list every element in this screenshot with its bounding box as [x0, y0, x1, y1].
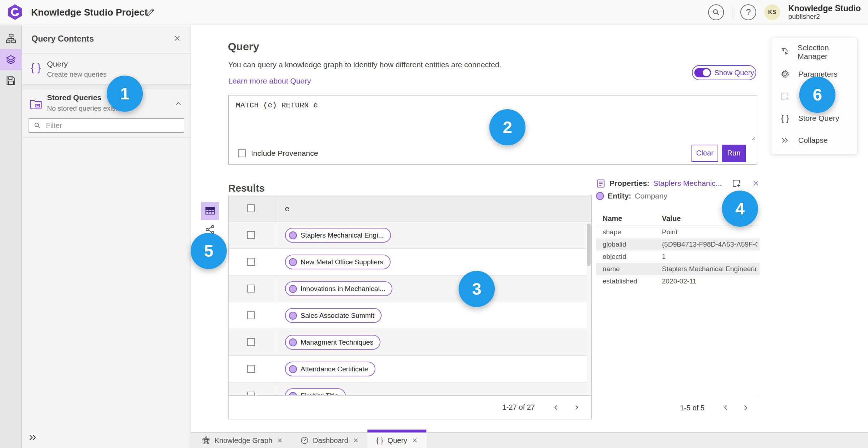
- page-previous-icon[interactable]: [551, 402, 562, 413]
- sidebar-item-stored-queries[interactable]: Stored Queries No stored queries exist: [22, 89, 191, 119]
- column-divider: [277, 276, 277, 302]
- resize-handle-icon[interactable]: [750, 135, 756, 140]
- properties-pagination: 1-5 of 5: [596, 397, 760, 419]
- annotation-badge-3: 3: [459, 271, 495, 307]
- braces-icon: { }: [31, 61, 41, 74]
- close-icon[interactable]: [173, 34, 183, 44]
- learn-more-link[interactable]: Learn more about Query: [228, 77, 311, 85]
- property-row[interactable]: shapePoint: [596, 226, 760, 238]
- page-next-icon[interactable]: [740, 402, 751, 413]
- show-query-toggle[interactable]: Show Query: [692, 65, 756, 80]
- include-provenance-checkbox[interactable]: [238, 149, 246, 157]
- table-row[interactable]: Managment Techniques: [229, 329, 591, 356]
- user-info[interactable]: Knowledge Studio publisher2: [788, 4, 862, 21]
- save-icon: [6, 76, 16, 86]
- run-button[interactable]: Run: [722, 145, 746, 162]
- tab-query[interactable]: { } Query: [367, 433, 426, 448]
- scrollbar-thumb[interactable]: [587, 223, 591, 266]
- table-row[interactable]: Staplers Mechanical Engi...: [229, 222, 591, 249]
- menu-item-selection-manager[interactable]: Selection Manager: [771, 41, 857, 63]
- annotation-badge-6: 6: [799, 77, 835, 113]
- entity-pill[interactable]: New Metal Office Suppliers: [285, 255, 391, 269]
- rail-item-save[interactable]: [0, 70, 22, 91]
- property-name: globalid: [603, 240, 626, 248]
- close-tab-icon[interactable]: [412, 438, 418, 443]
- chevron-up-icon[interactable]: [175, 100, 182, 107]
- help-icon[interactable]: ?: [740, 4, 756, 20]
- close-properties-icon[interactable]: [752, 180, 760, 187]
- table-icon: [205, 206, 215, 216]
- section-gap: [22, 85, 191, 89]
- table-row[interactable]: New Metal Office Suppliers: [229, 249, 591, 276]
- stored-queries-title: Stored Queries: [47, 93, 102, 102]
- page-previous-icon[interactable]: [720, 402, 731, 413]
- query-description: You can query a knowledge graph to ident…: [228, 60, 501, 69]
- annotation-badge-1: 1: [107, 76, 143, 112]
- dashboard-gauge-icon: [300, 436, 309, 445]
- close-tab-icon[interactable]: [353, 438, 359, 443]
- toggle-switch[interactable]: [694, 68, 711, 77]
- row-checkbox[interactable]: [247, 258, 255, 266]
- entity-pill[interactable]: Innovations in Mechanical...: [285, 281, 392, 296]
- column-divider: [277, 356, 277, 382]
- layers-icon: [5, 54, 16, 65]
- property-row[interactable]: objectid1: [596, 251, 760, 263]
- table-row[interactable]: Attendance Certificate: [229, 356, 591, 383]
- clear-button[interactable]: Clear: [692, 145, 718, 162]
- search-icon: [34, 122, 41, 129]
- query-actions: Include Provenance Clear Run: [229, 142, 757, 164]
- row-checkbox[interactable]: [247, 311, 255, 319]
- properties-entity-link[interactable]: Staplers Mechanic...: [653, 179, 722, 188]
- sidebar-item-query[interactable]: { } Query Create new queries: [22, 54, 191, 85]
- expand-panel-icon[interactable]: [28, 433, 37, 442]
- entity-pill[interactable]: Attendance Certificate: [285, 362, 375, 376]
- avatar[interactable]: KS: [764, 4, 780, 20]
- table-row[interactable]: Firebird Title: [229, 383, 591, 396]
- edit-title-icon[interactable]: [145, 7, 156, 17]
- select-all-checkbox[interactable]: [247, 204, 255, 212]
- table-row[interactable]: Innovations in Mechanical...: [229, 276, 591, 302]
- table-row[interactable]: Sales Associate Summit: [229, 302, 591, 329]
- table-view-button[interactable]: [201, 202, 219, 220]
- search-icon[interactable]: [708, 4, 724, 20]
- filter-input[interactable]: [45, 121, 166, 130]
- menu-item-label: Store Query: [798, 114, 839, 123]
- tab-dashboard[interactable]: Dashboard: [292, 433, 367, 448]
- tab-label: Knowledge Graph: [214, 436, 272, 445]
- rail-item-contents[interactable]: [0, 49, 22, 70]
- property-value: 2020-02-11: [662, 277, 697, 285]
- entity-icon: [289, 312, 297, 320]
- close-tab-icon[interactable]: [277, 438, 283, 443]
- row-checkbox[interactable]: [247, 338, 255, 346]
- page-title: Query: [228, 40, 259, 53]
- double-chevron-right-icon: [780, 136, 790, 145]
- panel-title: Query Contents: [31, 25, 94, 53]
- row-checkbox[interactable]: [247, 285, 255, 293]
- project-title: Knowledge Studio Project: [31, 0, 148, 25]
- entity-pill[interactable]: Staplers Mechanical Engi...: [285, 228, 391, 243]
- selection-manager-icon: [780, 47, 790, 57]
- entity-pill[interactable]: Managment Techniques: [285, 335, 380, 350]
- entity-icon: [596, 192, 604, 200]
- scrollbar[interactable]: [587, 222, 591, 396]
- entity-type: Company: [635, 192, 667, 200]
- property-row[interactable]: established2020-02-11: [596, 275, 760, 287]
- column-header: e: [285, 204, 289, 213]
- property-row[interactable]: globalid{5D9B4713-F98D-4A53-A59F-C11...: [596, 238, 760, 251]
- tab-knowledge-graph[interactable]: Knowledge Graph: [193, 433, 292, 448]
- properties-doc-icon: [596, 179, 606, 188]
- column-divider: [277, 329, 277, 355]
- entity-pill-label: Staplers Mechanical Engi...: [301, 231, 384, 239]
- toggle-label: Show Query: [714, 69, 754, 77]
- property-row[interactable]: nameStaplers Mechanical Engineering: [596, 263, 760, 275]
- page-next-icon[interactable]: [571, 402, 582, 413]
- menu-item-collapse[interactable]: Collapse: [771, 129, 857, 151]
- row-checkbox[interactable]: [247, 365, 255, 373]
- entity-pill-label: Innovations in Mechanical...: [301, 285, 385, 293]
- entity-icon: [289, 231, 297, 239]
- rail-item-data-model[interactable]: [0, 28, 22, 49]
- row-checkbox[interactable]: [247, 231, 255, 239]
- annotation-badge-4: 4: [722, 191, 758, 227]
- entity-pill[interactable]: Sales Associate Summit: [285, 308, 382, 323]
- add-to-map-icon[interactable]: [732, 179, 741, 188]
